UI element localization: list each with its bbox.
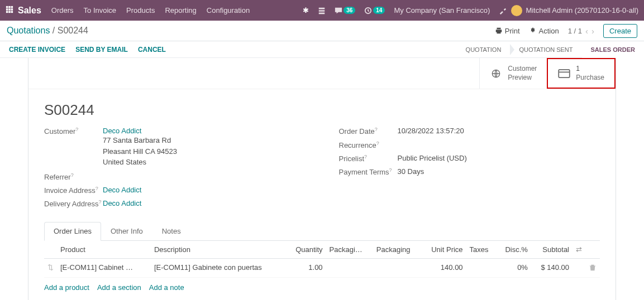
user-menu[interactable]: Mitchell Admin (20570120-16-0-all) [511, 5, 638, 16]
customer-preview-button[interactable]: Customer Preview [479, 58, 547, 89]
col-quantity[interactable]: Quantity [286, 241, 326, 259]
messages-badge: 36 [344, 7, 355, 14]
breadcrumb: Quotations / S00244 [7, 26, 88, 36]
activities-icon[interactable]: 14 [364, 7, 385, 14]
column-options-icon[interactable]: ⇄ [576, 245, 582, 254]
nav-to-invoice[interactable]: To Invoice [84, 6, 117, 14]
nav-products[interactable]: Products [126, 6, 155, 14]
add-product-link[interactable]: Add a product [44, 283, 89, 292]
pager-prev[interactable]: ‹ [585, 26, 588, 36]
col-unit-price[interactable]: Unit Price [421, 241, 466, 259]
pricelist-label: Pricelist? [339, 154, 398, 163]
bug-icon[interactable]: ✱ [303, 6, 309, 14]
add-note-link[interactable]: Add a note [149, 283, 184, 292]
action-menu[interactable]: Action [529, 27, 559, 35]
cell-description[interactable]: [E-COM11] Gabinete con puertas [151, 258, 286, 277]
company-selector[interactable]: My Company (San Francisco) [394, 6, 490, 14]
invoice-address-value[interactable]: Deco Addict [103, 186, 141, 194]
tab-order-lines[interactable]: Order Lines [44, 222, 101, 241]
cancel-button[interactable]: Cancel [138, 46, 166, 54]
create-button[interactable]: Create [603, 24, 637, 38]
svg-rect-11 [559, 69, 570, 77]
svg-rect-0 [6, 6, 8, 8]
record-title: S00244 [28, 89, 616, 124]
delivery-address-value[interactable]: Deco Addict [103, 199, 141, 207]
tray-icon[interactable] [318, 7, 326, 14]
add-section-link[interactable]: Add a section [97, 283, 141, 292]
tab-other-info[interactable]: Other Info [101, 222, 152, 240]
svg-rect-6 [6, 11, 8, 13]
col-product[interactable]: Product [57, 241, 151, 259]
send-email-button[interactable]: Send by Email [75, 46, 128, 54]
col-packaging[interactable]: Packaging [373, 241, 421, 259]
svg-rect-2 [11, 6, 13, 8]
cell-subtotal: $ 140.00 [531, 258, 573, 277]
cell-product[interactable]: [E-COM11] Cabinet … [57, 258, 151, 277]
svg-rect-5 [11, 8, 13, 11]
nav-configuration[interactable]: Configuration [207, 6, 250, 14]
table-row[interactable]: ⇅ [E-COM11] Cabinet … [E-COM11] Gabinete… [44, 258, 600, 277]
svg-rect-1 [8, 6, 11, 8]
referrer-label: Referrer? [44, 172, 103, 181]
tools-icon[interactable] [499, 7, 507, 14]
cell-disc[interactable]: 0% [497, 258, 531, 277]
breadcrumb-current: S00244 [58, 26, 88, 35]
col-description[interactable]: Description [151, 241, 286, 259]
purchase-button[interactable]: 1 Purchase [547, 58, 616, 89]
payment-terms-value[interactable]: 30 Days [398, 167, 424, 176]
cell-unit-price[interactable]: 140.00 [421, 258, 466, 277]
invoice-address-label: Invoice Address? [44, 186, 103, 195]
app-brand[interactable]: Sales [18, 6, 41, 16]
create-invoice-button[interactable]: Create Invoice [9, 46, 65, 54]
pager: 1 / 1 ‹ › [568, 26, 594, 36]
cell-packagi[interactable] [326, 258, 373, 277]
col-subtotal[interactable]: Subtotal [531, 241, 573, 259]
nav-reporting[interactable]: Reporting [165, 6, 196, 14]
recurrence-label: Recurrence? [339, 141, 398, 149]
svg-rect-4 [8, 8, 11, 11]
activities-badge: 14 [373, 7, 385, 14]
step-quotation-sent[interactable]: Quotation Sent [510, 41, 581, 58]
pager-next[interactable]: › [591, 26, 594, 36]
nav-orders[interactable]: Orders [51, 6, 74, 14]
breadcrumb-root[interactable]: Quotations [7, 26, 50, 35]
cell-taxes[interactable] [466, 258, 497, 277]
col-taxes[interactable]: Taxes [466, 241, 497, 259]
customer-label: Customer? [44, 127, 103, 136]
avatar [511, 5, 522, 16]
messages-icon[interactable]: 36 [335, 7, 355, 14]
customer-address: 77 Santa Barbara Rd Pleasant Hill CA 945… [103, 135, 177, 168]
print-action[interactable]: Print [495, 27, 520, 35]
col-packagi[interactable]: Packagi… [326, 241, 373, 259]
step-sales-order[interactable]: Sales Order [582, 41, 644, 58]
payment-terms-label: Payment Terms? [339, 167, 398, 176]
customer-value[interactable]: Deco Addict [103, 127, 177, 135]
col-disc[interactable]: Disc.% [497, 241, 531, 259]
user-name: Mitchell Admin (20570120-16-0-all) [526, 6, 638, 14]
cell-quantity[interactable]: 1.00 [286, 258, 326, 277]
delivery-address-label: Delivery Address? [44, 199, 103, 208]
drag-handle-icon[interactable]: ⇅ [44, 258, 57, 277]
order-date-value[interactable]: 10/28/2022 13:57:20 [398, 127, 464, 135]
delete-row-icon[interactable] [585, 258, 600, 277]
order-date-label: Order Date? [339, 127, 398, 136]
step-quotation[interactable]: Quotation [457, 41, 511, 58]
apps-icon[interactable] [6, 6, 13, 15]
pricelist-value[interactable]: Public Pricelist (USD) [398, 154, 467, 162]
tab-notes[interactable]: Notes [152, 222, 190, 240]
cell-packaging[interactable] [373, 258, 421, 277]
svg-rect-3 [6, 8, 8, 11]
svg-rect-7 [8, 11, 11, 13]
svg-rect-8 [11, 11, 13, 13]
